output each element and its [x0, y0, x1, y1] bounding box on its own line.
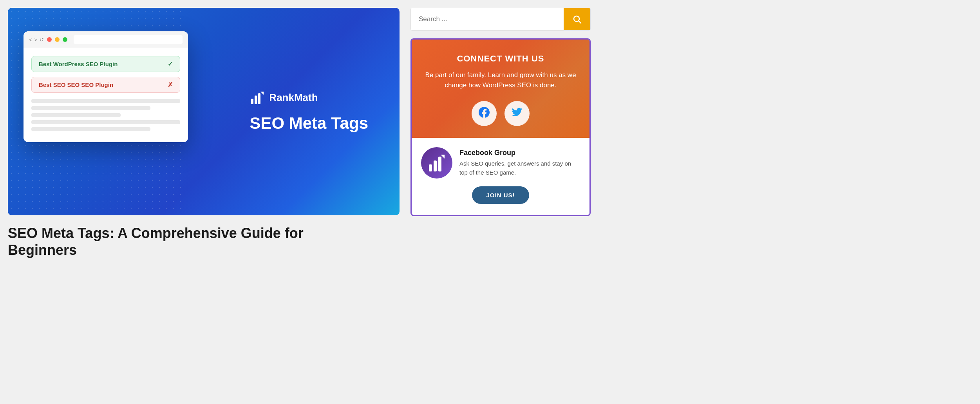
fb-group-info: Facebook Group Ask SEO queries, get answ…: [459, 149, 580, 177]
connect-widget: CONNECT WITH US Be part of our family. L…: [410, 38, 591, 216]
browser-line-1: [31, 99, 180, 103]
search-icon: [572, 14, 582, 24]
connect-description: Be part of our family. Learn and grow wi…: [423, 70, 578, 90]
browser-titlebar: < > ↺: [24, 31, 188, 48]
browser-line-3: [31, 113, 121, 117]
svg-marker-3: [260, 92, 264, 95]
fb-group-section: Facebook Group Ask SEO queries, get answ…: [412, 138, 589, 215]
fb-group-name: Facebook Group: [459, 149, 580, 157]
dot-green: [63, 37, 67, 42]
browser-mockup: < > ↺ Best WordPress SEO Plugin ✓ Best S…: [24, 31, 188, 142]
browser-content-lines: [31, 99, 180, 131]
seo-tag-good: Best WordPress SEO Plugin ✓: [31, 56, 180, 72]
social-buttons: [423, 101, 578, 126]
article-title-line2: Beginners: [8, 242, 77, 258]
svg-rect-0: [251, 99, 253, 104]
seo-tag-bad-text: Best SEO SEO SEO Plugin: [39, 81, 113, 88]
cross-icon: ✗: [168, 81, 173, 88]
article-title: SEO Meta Tags: A Comprehensive Guide for…: [8, 225, 400, 258]
check-icon: ✓: [168, 60, 173, 68]
rankmath-logo: RankMath: [250, 90, 318, 106]
main-content: < > ↺ Best WordPress SEO Plugin ✓ Best S…: [8, 8, 400, 396]
connect-title: CONNECT WITH US: [423, 54, 578, 64]
join-us-label: JOIN US!: [486, 192, 515, 198]
rankmath-logo-icon: [250, 90, 265, 106]
svg-line-5: [579, 21, 581, 23]
nav-back-icon: <: [29, 37, 32, 43]
browser-nav-controls: < > ↺: [29, 37, 44, 43]
facebook-button[interactable]: [472, 101, 497, 126]
facebook-icon: [478, 106, 490, 121]
connect-header: CONNECT WITH US Be part of our family. L…: [412, 40, 589, 138]
svg-rect-6: [429, 164, 432, 171]
hero-brand: RankMath SEO Meta Tags: [250, 90, 368, 133]
svg-rect-7: [434, 161, 437, 171]
sidebar: CONNECT WITH US Be part of our family. L…: [410, 8, 591, 396]
svg-rect-2: [258, 93, 260, 104]
browser-line-4: [31, 120, 180, 124]
hero-title: SEO Meta Tags: [250, 114, 368, 133]
rankmath-brand-name: RankMath: [269, 92, 318, 104]
twitter-button[interactable]: [504, 101, 530, 126]
fb-group-description: Ask SEO queries, get answers and stay on…: [459, 159, 580, 177]
browser-line-2: [31, 106, 150, 110]
rankmath-avatar: [421, 147, 452, 179]
rankmath-avatar-icon: [427, 153, 447, 173]
article-title-line1: SEO Meta Tags: A Comprehensive Guide for: [8, 225, 304, 241]
dot-red: [47, 37, 52, 42]
hero-banner: < > ↺ Best WordPress SEO Plugin ✓ Best S…: [8, 8, 400, 215]
twitter-icon: [511, 106, 523, 121]
fb-group-top: Facebook Group Ask SEO queries, get answ…: [421, 147, 580, 179]
search-input[interactable]: [411, 8, 564, 30]
seo-tag-good-text: Best WordPress SEO Plugin: [39, 61, 118, 67]
seo-tag-bad: Best SEO SEO SEO Plugin ✗: [31, 77, 180, 93]
svg-rect-8: [438, 157, 441, 171]
dot-yellow: [55, 37, 60, 42]
browser-addressbar: [74, 35, 183, 44]
search-container: [410, 8, 591, 31]
nav-forward-icon: >: [34, 37, 38, 43]
browser-line-5: [31, 127, 150, 131]
browser-body: Best WordPress SEO Plugin ✓ Best SEO SEO…: [24, 48, 188, 142]
svg-rect-1: [255, 96, 257, 104]
nav-refresh-icon: ↺: [40, 37, 44, 43]
search-button[interactable]: [564, 8, 590, 30]
join-us-button[interactable]: JOIN US!: [472, 186, 529, 204]
